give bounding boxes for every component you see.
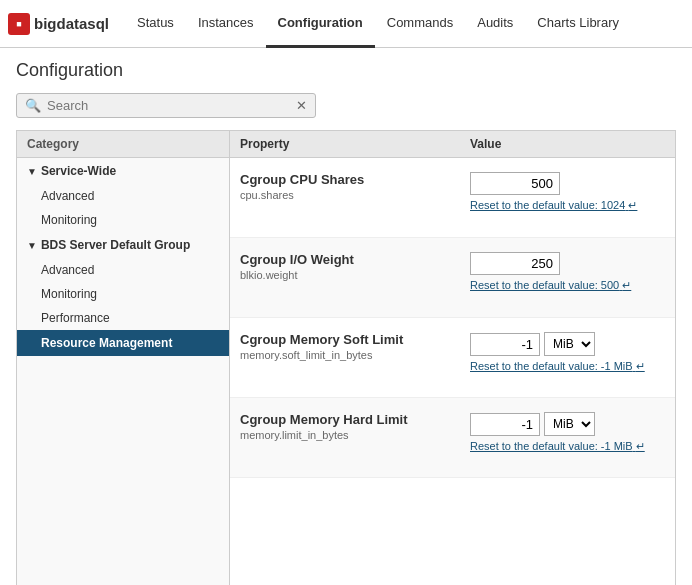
prop-name-io: Cgroup I/O Weight	[240, 252, 470, 267]
sidebar-item-advanced-bds[interactable]: Advanced	[17, 258, 229, 282]
sidebar-section-bds[interactable]: ▼ BDS Server Default Group	[17, 232, 229, 258]
search-icon: 🔍	[25, 98, 41, 113]
config-value-io: Reset to the default value: 500 ↵	[470, 252, 665, 292]
config-row-mem-hard: Cgroup Memory Hard Limit memory.limit_in…	[230, 398, 675, 478]
search-bar: 🔍 ✕	[16, 93, 316, 118]
sidebar-col-header: Category	[17, 131, 229, 158]
prop-name-mem-hard: Cgroup Memory Hard Limit	[240, 412, 470, 427]
page-title: Configuration	[16, 60, 676, 81]
config-value-mem-hard: MiB GiB KiB Reset to the default value: …	[470, 412, 665, 453]
value-input-cpu[interactable]	[470, 172, 560, 195]
nav-configuration[interactable]: Configuration	[266, 0, 375, 48]
prop-key-mem-soft: memory.soft_limit_in_bytes	[240, 349, 470, 361]
prop-name-cpu: Cgroup CPU Shares	[240, 172, 470, 187]
reset-link-cpu[interactable]: Reset to the default value: 1024 ↵	[470, 199, 665, 212]
col-headers: Property Value	[230, 131, 675, 158]
config-prop-mem-soft: Cgroup Memory Soft Limit memory.soft_lim…	[240, 332, 470, 361]
arrow-icon-2: ▼	[27, 240, 37, 251]
nav-instances[interactable]: Instances	[186, 0, 266, 48]
sidebar-item-monitoring-bds[interactable]: Monitoring	[17, 282, 229, 306]
config-value-mem-soft: MiB GiB KiB Reset to the default value: …	[470, 332, 665, 373]
arrow-icon: ▼	[27, 166, 37, 177]
return-icon-2: ↵	[622, 279, 631, 291]
sidebar-section-label-2: BDS Server Default Group	[41, 238, 190, 252]
prop-key-io: blkio.weight	[240, 269, 470, 281]
search-input[interactable]	[47, 98, 296, 113]
logo: ■ bigdatasql	[8, 13, 109, 35]
config-value-cpu: Reset to the default value: 1024 ↵	[470, 172, 665, 212]
logo-icon: ■	[8, 13, 30, 35]
config-row-cpu-shares: Cgroup CPU Shares cpu.shares Reset to th…	[230, 158, 675, 238]
content-area: Property Value Cgroup CPU Shares cpu.sha…	[230, 131, 675, 585]
main-layout: Category ▼ Service-Wide Advanced Monitor…	[16, 130, 676, 585]
config-prop-mem-hard: Cgroup Memory Hard Limit memory.limit_in…	[240, 412, 470, 441]
clear-icon[interactable]: ✕	[296, 98, 307, 113]
unit-select-mem-soft[interactable]: MiB GiB KiB	[544, 332, 595, 356]
config-row-mem-soft: Cgroup Memory Soft Limit memory.soft_lim…	[230, 318, 675, 398]
sidebar-section-service-wide[interactable]: ▼ Service-Wide	[17, 158, 229, 184]
sidebar: Category ▼ Service-Wide Advanced Monitor…	[17, 131, 230, 585]
nav-charts-library[interactable]: Charts Library	[525, 0, 631, 48]
config-row-io-weight: Cgroup I/O Weight blkio.weight Reset to …	[230, 238, 675, 318]
prop-key-mem-hard: memory.limit_in_bytes	[240, 429, 470, 441]
value-input-mem-hard[interactable]	[470, 413, 540, 436]
config-prop-io: Cgroup I/O Weight blkio.weight	[240, 252, 470, 281]
sidebar-section-label: Service-Wide	[41, 164, 116, 178]
sidebar-item-advanced-sw[interactable]: Advanced	[17, 184, 229, 208]
reset-link-io[interactable]: Reset to the default value: 500 ↵	[470, 279, 665, 292]
reset-link-mem-hard[interactable]: Reset to the default value: -1 MiB ↵	[470, 440, 665, 453]
sidebar-item-resource-management[interactable]: Resource Management	[17, 330, 229, 356]
prop-name-mem-soft: Cgroup Memory Soft Limit	[240, 332, 470, 347]
return-icon-3: ↵	[636, 360, 645, 372]
col-property-header: Property	[240, 137, 470, 151]
nav-commands[interactable]: Commands	[375, 0, 465, 48]
logo-text: bigdatasql	[34, 15, 109, 32]
page-content: Configuration 🔍 ✕ Category ▼ Service-Wid…	[0, 48, 692, 585]
value-input-mem-soft[interactable]	[470, 333, 540, 356]
col-value-header: Value	[470, 137, 665, 151]
reset-link-mem-soft[interactable]: Reset to the default value: -1 MiB ↵	[470, 360, 665, 373]
top-nav: ■ bigdatasql Status Instances Configurat…	[0, 0, 692, 48]
unit-select-mem-hard[interactable]: MiB GiB KiB	[544, 412, 595, 436]
sidebar-item-performance-bds[interactable]: Performance	[17, 306, 229, 330]
return-icon-4: ↵	[636, 440, 645, 452]
return-icon: ↵	[628, 199, 637, 211]
nav-audits[interactable]: Audits	[465, 0, 525, 48]
config-prop-cpu: Cgroup CPU Shares cpu.shares	[240, 172, 470, 201]
value-input-io[interactable]	[470, 252, 560, 275]
sidebar-item-monitoring-sw[interactable]: Monitoring	[17, 208, 229, 232]
nav-status[interactable]: Status	[125, 0, 186, 48]
prop-key-cpu: cpu.shares	[240, 189, 470, 201]
